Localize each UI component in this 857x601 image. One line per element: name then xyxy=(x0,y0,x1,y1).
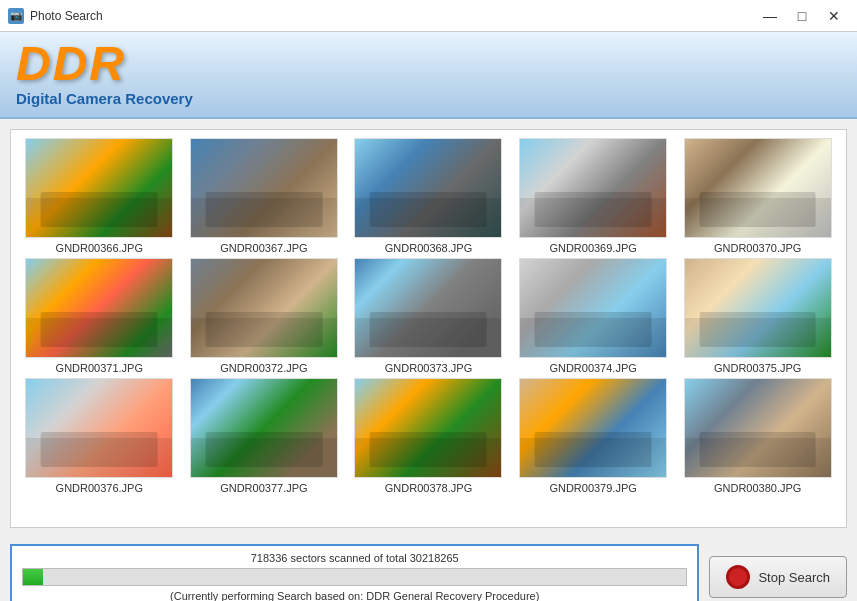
close-button[interactable]: ✕ xyxy=(819,4,849,28)
photo-label: GNDR00369.JPG xyxy=(549,242,636,254)
photo-grid-container[interactable]: GNDR00366.JPGGNDR00367.JPGGNDR00368.JPGG… xyxy=(10,129,847,528)
photo-label: GNDR00368.JPG xyxy=(385,242,472,254)
photo-label: GNDR00374.JPG xyxy=(549,362,636,374)
progress-bar-fill xyxy=(23,569,43,585)
photo-item[interactable]: GNDR00367.JPG xyxy=(184,138,345,254)
photo-thumbnail xyxy=(519,378,667,478)
progress-procedure-text: (Currently performing Search based on: D… xyxy=(22,590,687,601)
photo-item[interactable]: GNDR00379.JPG xyxy=(513,378,674,494)
stop-search-label: Stop Search xyxy=(758,570,830,585)
photo-thumbnail xyxy=(519,138,667,238)
photo-item[interactable]: GNDR00378.JPG xyxy=(348,378,509,494)
progress-bar-container xyxy=(22,568,687,586)
photo-thumbnail xyxy=(25,378,173,478)
photo-label: GNDR00367.JPG xyxy=(220,242,307,254)
photo-label: GNDR00380.JPG xyxy=(714,482,801,494)
photo-item[interactable]: GNDR00368.JPG xyxy=(348,138,509,254)
photo-thumbnail xyxy=(354,378,502,478)
title-bar: 📷 Photo Search — □ ✕ xyxy=(0,0,857,32)
progress-sectors-text: 718336 sectors scanned of total 30218265 xyxy=(22,552,687,564)
photo-label: GNDR00370.JPG xyxy=(714,242,801,254)
stop-search-button[interactable]: Stop Search xyxy=(709,556,847,598)
photo-label: GNDR00378.JPG xyxy=(385,482,472,494)
photo-label: GNDR00373.JPG xyxy=(385,362,472,374)
photo-item[interactable]: GNDR00373.JPG xyxy=(348,258,509,374)
photo-label: GNDR00379.JPG xyxy=(549,482,636,494)
photo-item[interactable]: GNDR00376.JPG xyxy=(19,378,180,494)
maximize-button[interactable]: □ xyxy=(787,4,817,28)
photo-item[interactable]: GNDR00377.JPG xyxy=(184,378,345,494)
stop-icon-inner xyxy=(734,573,742,581)
photo-item[interactable]: GNDR00374.JPG xyxy=(513,258,674,374)
window-controls: — □ ✕ xyxy=(755,4,849,28)
photo-item[interactable]: GNDR00372.JPG xyxy=(184,258,345,374)
photo-thumbnail xyxy=(519,258,667,358)
photo-thumbnail xyxy=(25,258,173,358)
photo-label: GNDR00376.JPG xyxy=(56,482,143,494)
app-header: DDR Digital Camera Recovery xyxy=(0,32,857,119)
photo-label: GNDR00377.JPG xyxy=(220,482,307,494)
photo-label: GNDR00375.JPG xyxy=(714,362,801,374)
progress-section: 718336 sectors scanned of total 30218265… xyxy=(0,538,857,601)
stop-icon xyxy=(726,565,750,589)
photo-item[interactable]: GNDR00371.JPG xyxy=(19,258,180,374)
photo-thumbnail xyxy=(684,138,832,238)
photo-thumbnail xyxy=(190,138,338,238)
photo-thumbnail xyxy=(354,258,502,358)
photo-item[interactable]: GNDR00366.JPG xyxy=(19,138,180,254)
photo-thumbnail xyxy=(684,258,832,358)
photo-item[interactable]: GNDR00380.JPG xyxy=(677,378,838,494)
photo-item[interactable]: GNDR00375.JPG xyxy=(677,258,838,374)
title-bar-left: 📷 Photo Search xyxy=(8,8,103,24)
photo-thumbnail xyxy=(190,378,338,478)
photo-thumbnail xyxy=(190,258,338,358)
photo-thumbnail xyxy=(25,138,173,238)
photo-label: GNDR00372.JPG xyxy=(220,362,307,374)
app-subtitle: Digital Camera Recovery xyxy=(16,90,841,107)
app-icon: 📷 xyxy=(8,8,24,24)
photo-label: GNDR00366.JPG xyxy=(56,242,143,254)
window-title: Photo Search xyxy=(30,9,103,23)
progress-box: 718336 sectors scanned of total 30218265… xyxy=(10,544,699,601)
photo-thumbnail xyxy=(684,378,832,478)
minimize-button[interactable]: — xyxy=(755,4,785,28)
photo-label: GNDR00371.JPG xyxy=(56,362,143,374)
photo-item[interactable]: GNDR00369.JPG xyxy=(513,138,674,254)
ddr-logo: DDR xyxy=(16,40,841,88)
photo-grid: GNDR00366.JPGGNDR00367.JPGGNDR00368.JPGG… xyxy=(11,130,846,502)
photo-item[interactable]: GNDR00370.JPG xyxy=(677,138,838,254)
photo-thumbnail xyxy=(354,138,502,238)
main-content: GNDR00366.JPGGNDR00367.JPGGNDR00368.JPGG… xyxy=(0,119,857,538)
